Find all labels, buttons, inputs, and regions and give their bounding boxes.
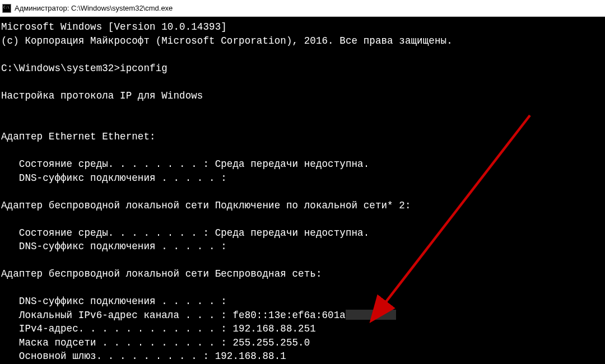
terminal-line: DNS-суффикс подключения . . . . . : — [1, 171, 604, 185]
terminal-line: Microsoft Windows [Version 10.0.14393] — [1, 20, 604, 34]
terminal-line: Основной шлюз. . . . . . . . . : 192.168… — [1, 349, 604, 363]
terminal-line — [1, 254, 604, 268]
terminal-line — [1, 212, 604, 226]
window-title-text: Администратор: C:\Windows\system32\cmd.e… — [15, 4, 173, 12]
censored-block — [346, 310, 396, 320]
terminal-line: (c) Корпорация Майкрософт (Microsoft Cor… — [1, 34, 604, 48]
terminal-line: Адаптер беспроводной локальной сети Подк… — [1, 199, 604, 213]
terminal-line — [1, 281, 604, 295]
terminal-line: DNS-суффикс подключения . . . . . : — [1, 295, 604, 309]
terminal-line — [1, 185, 604, 199]
terminal-line — [1, 75, 604, 89]
terminal-line: C:\Windows\system32>ipconfig — [1, 62, 604, 76]
terminal-line: Состояние среды. . . . . . . . : Среда п… — [1, 157, 604, 171]
terminal-line: Маска подсети . . . . . . . . . . : 255.… — [1, 336, 604, 350]
terminal-line: Состояние среды. . . . . . . . : Среда п… — [1, 226, 604, 240]
terminal-line: DNS-суффикс подключения . . . . . : — [1, 240, 604, 254]
terminal-line: Адаптер беспроводной локальной сети Бесп… — [1, 267, 604, 281]
cmd-icon — [2, 4, 11, 13]
terminal-line — [1, 102, 604, 116]
terminal-line — [1, 48, 604, 62]
terminal-line — [1, 116, 604, 130]
terminal-line: Настройка протокола IP для Windows — [1, 89, 604, 103]
terminal-line — [1, 144, 604, 158]
terminal-output[interactable]: Microsoft Windows [Version 10.0.14393](c… — [0, 17, 605, 364]
terminal-line: Локальный IPv6-адрес канала . . . : fe80… — [1, 309, 604, 323]
window-titlebar[interactable]: Администратор: C:\Windows\system32\cmd.e… — [0, 0, 605, 17]
terminal-line: Адаптер Ethernet Ethernet: — [1, 130, 604, 144]
terminal-line: IPv4-адрес. . . . . . . . . . . . : 192.… — [1, 322, 604, 336]
